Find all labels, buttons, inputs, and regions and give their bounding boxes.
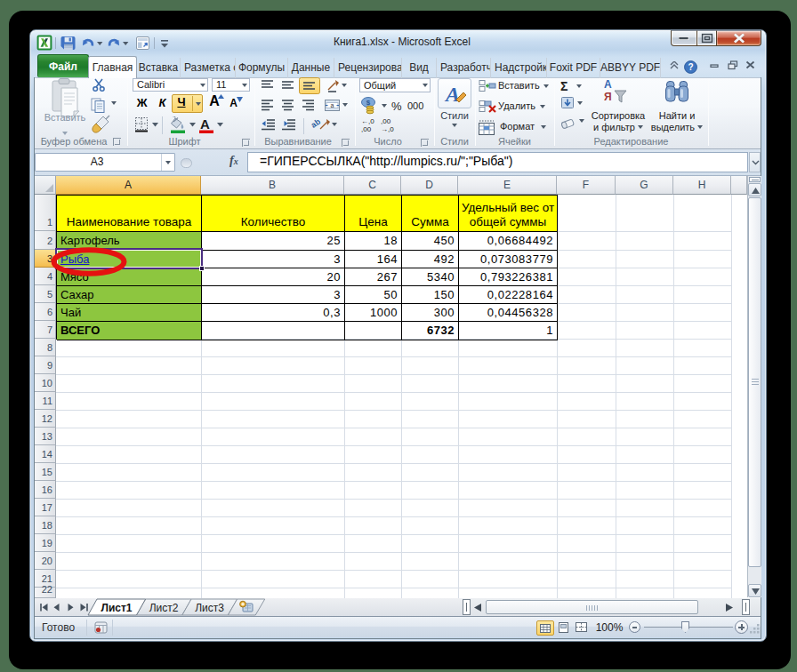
svg-text:000: 000 — [407, 100, 423, 111]
svg-text:→,0: →,0 — [381, 125, 394, 133]
svg-text:А: А — [604, 78, 612, 91]
svg-text:A: A — [444, 83, 460, 106]
svg-text:Лист1: Лист1 — [101, 602, 132, 614]
svg-text:←,0: ←,0 — [361, 117, 374, 125]
svg-text:Я: Я — [604, 91, 612, 103]
svg-text:Лист3: Лист3 — [195, 602, 224, 614]
svg-text:,00: ,00 — [361, 125, 372, 133]
svg-text:Лист2: Лист2 — [149, 602, 179, 614]
svg-text:%: % — [391, 100, 402, 113]
svg-text:А: А — [200, 116, 210, 132]
svg-text:a: a — [331, 102, 334, 108]
svg-text:?: ? — [688, 62, 693, 72]
svg-text:ab: ab — [310, 116, 323, 130]
svg-text:$: $ — [366, 99, 371, 107]
svg-text:,00: ,00 — [381, 117, 391, 125]
